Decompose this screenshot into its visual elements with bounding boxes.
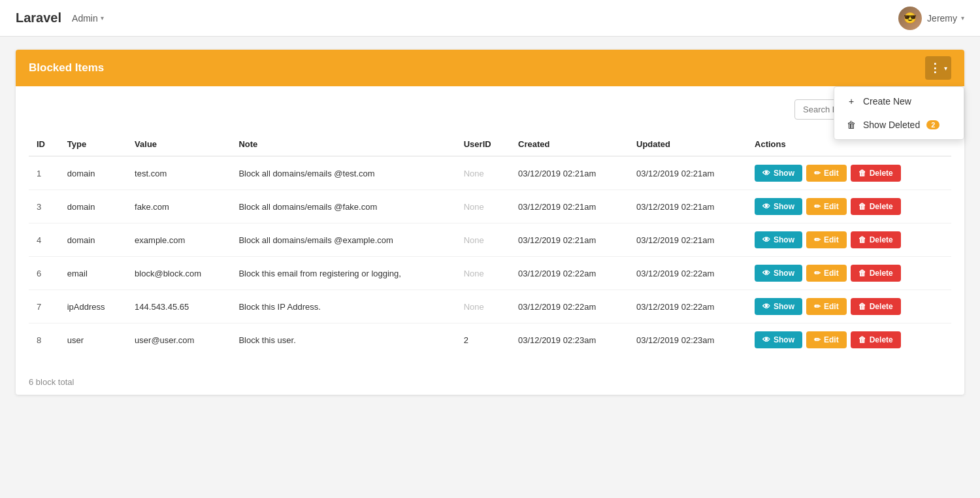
col-note: Note bbox=[231, 133, 455, 156]
cell-note: Block all domains/emails @fake.com bbox=[231, 190, 455, 224]
cell-created: 03/12/2019 02:23am bbox=[510, 324, 629, 357]
edit-button[interactable]: ✏ Edit bbox=[806, 198, 847, 215]
pencil-icon: ✏ bbox=[814, 269, 821, 278]
cell-userid: None bbox=[456, 156, 510, 190]
eye-icon: 👁 bbox=[762, 235, 770, 244]
eye-icon: 👁 bbox=[762, 335, 770, 344]
cell-actions: 👁 Show ✏ Edit 🗑 Delete bbox=[747, 224, 951, 257]
edit-button[interactable]: ✏ Edit bbox=[806, 231, 847, 248]
card-title: Blocked Items bbox=[29, 61, 104, 75]
cell-note: Block this email from registering or log… bbox=[231, 257, 455, 290]
navbar-user-chevron-icon: ▾ bbox=[961, 14, 964, 22]
table-body: 1 domain test.com Block all domains/emai… bbox=[29, 156, 951, 356]
delete-button[interactable]: 🗑 Delete bbox=[851, 298, 901, 315]
plus-icon: + bbox=[846, 96, 857, 107]
eye-icon: 👁 bbox=[762, 169, 770, 178]
cell-value: block@block.com bbox=[127, 257, 231, 290]
delete-button[interactable]: 🗑 Delete bbox=[851, 231, 901, 248]
show-deleted-item[interactable]: 🗑 Show Deleted 2 bbox=[834, 113, 964, 137]
navbar-admin-dropdown[interactable]: Admin ▾ bbox=[72, 13, 104, 24]
search-row bbox=[29, 99, 951, 120]
col-updated: Updated bbox=[629, 133, 747, 156]
cell-id: 1 bbox=[29, 156, 59, 190]
cell-id: 6 bbox=[29, 257, 59, 290]
delete-button[interactable]: 🗑 Delete bbox=[851, 331, 901, 348]
cell-value: user@user.com bbox=[127, 324, 231, 357]
edit-button[interactable]: ✏ Edit bbox=[806, 331, 847, 348]
card-footer: 6 block total bbox=[16, 369, 964, 395]
create-new-item[interactable]: + Create New bbox=[834, 90, 964, 113]
card-menu-button[interactable]: ⋮ ▾ bbox=[925, 56, 951, 80]
pencil-icon: ✏ bbox=[814, 302, 821, 311]
show-button[interactable]: 👁 Show bbox=[755, 265, 802, 282]
table-row: 3 domain fake.com Block all domains/emai… bbox=[29, 190, 951, 224]
cell-updated: 03/12/2019 02:21am bbox=[629, 156, 747, 190]
menu-dots-icon: ⋮ bbox=[929, 61, 941, 75]
navbar-user-name: Jeremy bbox=[927, 13, 957, 24]
cell-updated: 03/12/2019 02:22am bbox=[629, 290, 747, 324]
cell-note: Block all domains/emails @test.com bbox=[231, 156, 455, 190]
delete-button[interactable]: 🗑 Delete bbox=[851, 198, 901, 215]
navbar-admin-label: Admin bbox=[72, 13, 98, 24]
cell-actions: 👁 Show ✏ Edit 🗑 Delete bbox=[747, 324, 951, 357]
cell-updated: 03/12/2019 02:21am bbox=[629, 224, 747, 257]
cell-created: 03/12/2019 02:21am bbox=[510, 190, 629, 224]
edit-button[interactable]: ✏ Edit bbox=[806, 165, 847, 182]
cell-created: 03/12/2019 02:22am bbox=[510, 257, 629, 290]
table-row: 1 domain test.com Block all domains/emai… bbox=[29, 156, 951, 190]
cell-actions: 👁 Show ✏ Edit 🗑 Delete bbox=[747, 190, 951, 224]
cell-type: user bbox=[59, 324, 127, 357]
cell-value: 144.543.45.65 bbox=[127, 290, 231, 324]
card-header: Blocked Items ⋮ ▾ + Create New 🗑 Show De… bbox=[16, 50, 964, 86]
table-header-row: ID Type Value Note UserID Created Update… bbox=[29, 133, 951, 156]
navbar-user-dropdown[interactable]: Jeremy ▾ bbox=[927, 13, 964, 24]
cell-note: Block this IP Address. bbox=[231, 290, 455, 324]
col-type: Type bbox=[59, 133, 127, 156]
table-row: 4 domain example.com Block all domains/e… bbox=[29, 224, 951, 257]
trash-icon: 🗑 bbox=[846, 120, 857, 130]
delete-button[interactable]: 🗑 Delete bbox=[851, 265, 901, 282]
cell-updated: 03/12/2019 02:23am bbox=[629, 324, 747, 357]
eye-icon: 👁 bbox=[762, 202, 770, 211]
cell-type: domain bbox=[59, 190, 127, 224]
cell-userid: 2 bbox=[456, 324, 510, 357]
avatar: 😎 bbox=[898, 7, 922, 30]
main-content: Blocked Items ⋮ ▾ + Create New 🗑 Show De… bbox=[0, 37, 980, 408]
delete-button[interactable]: 🗑 Delete bbox=[851, 165, 901, 182]
trash-icon: 🗑 bbox=[858, 235, 866, 244]
pencil-icon: ✏ bbox=[814, 202, 821, 211]
trash-icon: 🗑 bbox=[858, 169, 866, 178]
show-deleted-badge: 2 bbox=[926, 120, 939, 129]
blocked-items-table: ID Type Value Note UserID Created Update… bbox=[29, 133, 951, 356]
cell-actions: 👁 Show ✏ Edit 🗑 Delete bbox=[747, 156, 951, 190]
cell-created: 03/12/2019 02:21am bbox=[510, 156, 629, 190]
trash-icon: 🗑 bbox=[858, 335, 866, 344]
trash-icon: 🗑 bbox=[858, 269, 866, 278]
pencil-icon: ✏ bbox=[814, 235, 821, 244]
cell-note: Block all domains/emails @example.com bbox=[231, 224, 455, 257]
navbar: Laravel Admin ▾ 😎 Jeremy ▾ bbox=[0, 0, 980, 37]
cell-userid: None bbox=[456, 257, 510, 290]
show-button[interactable]: 👁 Show bbox=[755, 331, 802, 348]
menu-arrow-icon: ▾ bbox=[944, 65, 947, 72]
show-button[interactable]: 👁 Show bbox=[755, 165, 802, 182]
blocked-items-card: Blocked Items ⋮ ▾ + Create New 🗑 Show De… bbox=[16, 50, 964, 395]
show-button[interactable]: 👁 Show bbox=[755, 298, 802, 315]
table-header: ID Type Value Note UserID Created Update… bbox=[29, 133, 951, 156]
pencil-icon: ✏ bbox=[814, 169, 821, 178]
show-deleted-label: Show Deleted bbox=[863, 120, 920, 130]
cell-updated: 03/12/2019 02:21am bbox=[629, 190, 747, 224]
cell-actions: 👁 Show ✏ Edit 🗑 Delete bbox=[747, 290, 951, 324]
edit-button[interactable]: ✏ Edit bbox=[806, 298, 847, 315]
cell-created: 03/12/2019 02:21am bbox=[510, 224, 629, 257]
navbar-admin-chevron-icon: ▾ bbox=[101, 14, 104, 22]
show-button[interactable]: 👁 Show bbox=[755, 198, 802, 215]
show-button[interactable]: 👁 Show bbox=[755, 231, 802, 248]
cell-value: example.com bbox=[127, 224, 231, 257]
cell-userid: None bbox=[456, 190, 510, 224]
edit-button[interactable]: ✏ Edit bbox=[806, 265, 847, 282]
cell-userid: None bbox=[456, 224, 510, 257]
table-row: 7 ipAddress 144.543.45.65 Block this IP … bbox=[29, 290, 951, 324]
col-userid: UserID bbox=[456, 133, 510, 156]
trash-icon: 🗑 bbox=[858, 202, 866, 211]
